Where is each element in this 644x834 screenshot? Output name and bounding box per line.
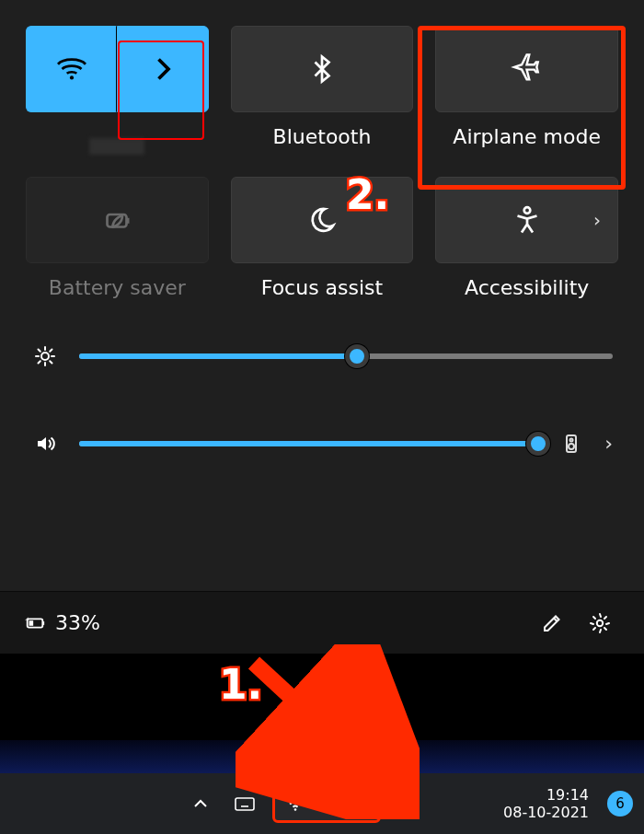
keyboard-icon <box>234 793 256 815</box>
volume-icon <box>316 793 338 815</box>
svg-point-20 <box>597 620 603 625</box>
airplane-label: Airplane mode <box>453 125 601 148</box>
quick-actions-grid: Bluetooth Airplane mode Battery saver <box>0 0 644 299</box>
volume-expand-button[interactable]: › <box>604 432 613 455</box>
taskbar-clock[interactable]: 19:14 08-10-2021 <box>503 786 596 821</box>
notification-count: 6 <box>615 795 625 812</box>
svg-line-11 <box>39 361 40 363</box>
svg-line-9 <box>39 350 40 352</box>
taskbar: 19:14 08-10-2021 6 <box>0 773 644 834</box>
bluetooth-icon <box>305 52 339 86</box>
svg-rect-2 <box>127 218 130 224</box>
clock-date: 08-10-2021 <box>503 804 589 821</box>
battery-saver-tile: Battery saver <box>26 177 209 299</box>
bluetooth-label: Bluetooth <box>273 125 372 148</box>
accessibility-icon <box>511 203 544 237</box>
audio-output-button[interactable] <box>558 433 584 455</box>
battery-saver-label: Battery saver <box>49 276 186 299</box>
edit-quick-settings-button[interactable] <box>532 603 572 643</box>
volume-icon <box>31 433 59 455</box>
clock-time: 19:14 <box>503 786 589 804</box>
bluetooth-tile: Bluetooth <box>231 26 414 155</box>
wifi-tile <box>26 26 209 155</box>
svg-rect-30 <box>352 801 356 805</box>
brightness-row <box>31 345 613 367</box>
tray-overflow-button[interactable] <box>184 787 217 820</box>
annotation-number-2: 2. <box>346 171 389 218</box>
svg-rect-29 <box>365 802 367 805</box>
svg-point-15 <box>569 444 574 449</box>
brightness-slider[interactable] <box>79 353 613 359</box>
pencil-icon <box>541 612 563 634</box>
gear-icon <box>589 612 611 634</box>
svg-point-14 <box>570 438 573 441</box>
svg-line-19 <box>554 618 558 621</box>
svg-point-27 <box>294 808 297 811</box>
brightness-icon <box>31 345 59 367</box>
sliders-section: › <box>0 299 644 455</box>
svg-point-4 <box>41 353 49 360</box>
svg-rect-18 <box>29 620 34 626</box>
panel-bottom-bar: 33% <box>0 591 644 654</box>
touch-keyboard-button[interactable] <box>228 787 261 820</box>
system-tray-group[interactable] <box>272 784 381 823</box>
airplane-tile: Airplane mode <box>435 26 618 155</box>
chevron-right-icon <box>146 52 179 86</box>
quick-settings-panel: Bluetooth Airplane mode Battery saver <box>0 0 644 654</box>
svg-rect-21 <box>236 798 254 810</box>
focus-assist-label: Focus assist <box>261 276 383 299</box>
wifi-network-label <box>89 138 144 155</box>
svg-point-3 <box>523 207 530 214</box>
svg-point-0 <box>70 75 74 79</box>
battery-percent-text: 33% <box>55 611 100 634</box>
bluetooth-toggle-button[interactable] <box>231 26 414 112</box>
accessibility-button[interactable]: › <box>435 177 618 263</box>
wifi-expand-button[interactable] <box>117 26 208 112</box>
wifi-icon <box>284 793 306 815</box>
notification-badge[interactable]: 6 <box>607 791 633 817</box>
wifi-icon <box>55 52 88 86</box>
wifi-split-button <box>26 26 209 112</box>
accessibility-label: Accessibility <box>465 276 589 299</box>
annotation-number-1: 1. <box>219 661 262 708</box>
brightness-thumb[interactable] <box>345 344 369 368</box>
chevron-right-icon: › <box>593 209 601 231</box>
svg-rect-17 <box>42 621 44 625</box>
chevron-up-icon <box>190 793 212 815</box>
battery-charging-icon <box>347 793 369 815</box>
airplane-icon <box>511 52 544 86</box>
volume-slider[interactable] <box>79 441 538 446</box>
battery-leaf-icon <box>100 203 133 237</box>
moon-icon <box>305 203 339 237</box>
airplane-toggle-button[interactable] <box>435 26 618 112</box>
accessibility-tile: › Accessibility <box>435 177 618 299</box>
volume-row: › <box>31 432 613 455</box>
svg-line-10 <box>50 361 52 363</box>
wifi-toggle-button[interactable] <box>26 26 117 112</box>
settings-button[interactable] <box>580 603 620 643</box>
svg-line-12 <box>50 350 52 352</box>
battery-saver-toggle-button[interactable] <box>26 177 209 263</box>
volume-thumb[interactable] <box>526 432 550 456</box>
battery-status[interactable]: 33% <box>24 611 100 634</box>
